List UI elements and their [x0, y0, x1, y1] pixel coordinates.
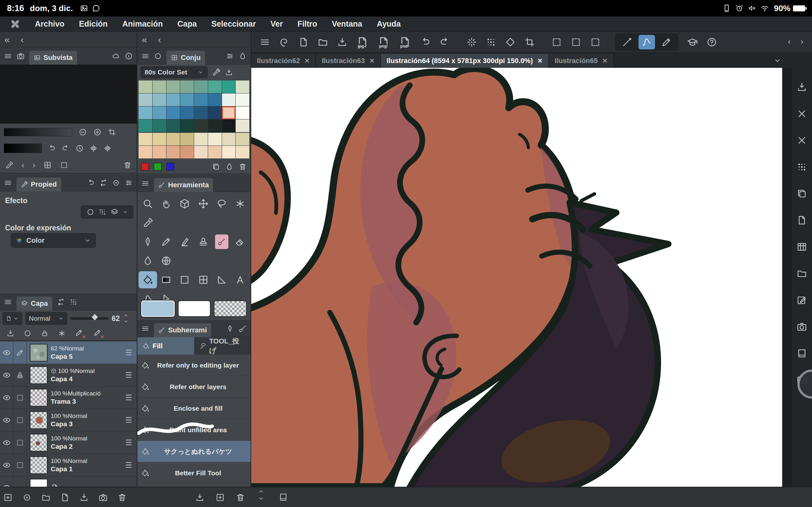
rail-grid-icon[interactable]: [797, 241, 807, 252]
zoom-slider[interactable]: [4, 128, 72, 136]
new-canvas-icon[interactable]: [298, 37, 309, 48]
layer-checkbox[interactable]: [13, 409, 27, 431]
color-swatch[interactable]: [180, 133, 194, 146]
tab-subvista[interactable]: Subvista: [29, 51, 77, 65]
menu-ventana[interactable]: Ventana: [332, 19, 362, 29]
color-swatch[interactable]: [166, 119, 180, 132]
lock-transparent-pixels-icon[interactable]: [23, 329, 32, 337]
hand-tool[interactable]: [157, 195, 175, 212]
info-icon[interactable]: [125, 52, 133, 60]
merge-down-icon[interactable]: [79, 493, 89, 502]
vector-line-tool[interactable]: [658, 35, 675, 49]
delete-layer-icon[interactable]: [117, 493, 127, 502]
layer-transfer-icon[interactable]: [57, 298, 65, 306]
layer-checkbox[interactable]: [13, 454, 27, 476]
color-swatch[interactable]: [222, 80, 236, 93]
add-subtool-icon[interactable]: [215, 493, 225, 502]
color-swatch[interactable]: [222, 107, 236, 119]
layer-menu-icon[interactable]: ☰: [125, 371, 137, 380]
subtool-item[interactable]: Enclose and fill: [137, 398, 251, 419]
opacity-slider-handle[interactable]: [92, 314, 98, 320]
sliders-icon[interactable]: [125, 179, 133, 187]
color-swatch[interactable]: [139, 107, 152, 119]
export-jpg-icon[interactable]: jpg: [356, 36, 369, 49]
canvas-viewport[interactable]: [251, 68, 782, 487]
collapse-icon[interactable]: ‹: [20, 34, 24, 45]
straight-line-tool[interactable]: [619, 35, 635, 49]
layer-visible-toggle[interactable]: [0, 364, 13, 386]
primary-color-chip[interactable]: [141, 300, 175, 317]
delete-subtool-icon[interactable]: [236, 493, 245, 502]
panel-menu-icon[interactable]: [141, 325, 149, 333]
film-icon[interactable]: [16, 52, 25, 60]
color-swatch[interactable]: [208, 146, 222, 158]
lock-layer-icon[interactable]: [41, 329, 49, 337]
color-swatch[interactable]: [166, 146, 180, 158]
color-swatch[interactable]: [153, 107, 166, 119]
pen-tool[interactable]: [139, 233, 157, 250]
tab-capa[interactable]: Capa: [16, 297, 52, 311]
subtool-item[interactable]: Refer other layers: [137, 376, 251, 398]
layer-thumbnail[interactable]: [30, 366, 48, 384]
prev-icon[interactable]: ‹: [21, 160, 24, 170]
doc-tab-ilustracion65[interactable]: Ilustración65✕: [549, 54, 614, 68]
color-swatch[interactable]: [153, 119, 166, 132]
import-set-icon[interactable]: [225, 68, 233, 76]
menu-filtro[interactable]: Filtro: [298, 19, 317, 29]
transform-icon[interactable]: [505, 37, 516, 48]
opacity-stepper[interactable]: [123, 313, 129, 324]
layer-row-capa2[interactable]: 100 %Normal Capa 2 ☰: [0, 432, 137, 454]
lasso-tool[interactable]: [212, 195, 231, 212]
tab-list-chevron-icon[interactable]: [773, 56, 781, 65]
cloud-icon[interactable]: [112, 52, 120, 60]
collapse-icon[interactable]: ‹: [158, 34, 161, 45]
zoom-out-icon[interactable]: [79, 128, 87, 136]
layer-thumbnail[interactable]: [30, 434, 48, 452]
layer-visible-toggle[interactable]: [0, 454, 13, 476]
swap-icon[interactable]: [99, 179, 107, 187]
color-swatch[interactable]: [236, 80, 249, 93]
color-swatch[interactable]: [208, 80, 222, 93]
quick-green-swatch[interactable]: [154, 163, 161, 170]
color-swatch[interactable]: [180, 107, 194, 119]
layer-row-trama3[interactable]: 100 %Multiplicació Trama 3 ☰: [0, 387, 137, 409]
blend-tool[interactable]: [139, 252, 157, 269]
color-swatch[interactable]: [194, 146, 208, 158]
edit-set-wrench-icon[interactable]: [212, 68, 220, 76]
color-swatch[interactable]: [139, 133, 152, 146]
layer-visible-toggle[interactable]: [0, 409, 13, 431]
color-swatch[interactable]: [236, 94, 249, 106]
layer-menu-icon[interactable]: ☰: [125, 393, 137, 402]
color-set-dropdown[interactable]: 80s Color Set: [141, 66, 208, 78]
filter-effect-icon[interactable]: [466, 37, 477, 48]
color-swatch[interactable]: [139, 80, 152, 93]
rail-reference-icon[interactable]: [797, 348, 807, 359]
color-swatch[interactable]: [194, 94, 208, 106]
add-swatch-icon[interactable]: [225, 163, 234, 171]
polyline-tool[interactable]: [212, 271, 231, 288]
paper-layer-thumbnail[interactable]: [30, 479, 48, 487]
layer-visible-toggle[interactable]: [0, 387, 13, 409]
pen-settings-icon[interactable]: [226, 325, 234, 333]
lock-draft-icon[interactable]: ✕: [93, 329, 103, 338]
curve-tool-selected[interactable]: [639, 35, 655, 49]
close-tab-icon[interactable]: ✕: [369, 57, 374, 65]
help-icon[interactable]: [706, 37, 717, 48]
layer-checkbox[interactable]: [13, 432, 27, 454]
delete-swatch-icon[interactable]: [239, 163, 247, 171]
color-swatch[interactable]: [222, 146, 236, 158]
menu-ver[interactable]: Ver: [270, 19, 283, 29]
clip-to-layer-below-icon[interactable]: [6, 329, 14, 337]
layer-thumbnail[interactable]: [30, 411, 48, 429]
rail-edit-icon[interactable]: [797, 295, 807, 305]
set-as-draft-icon[interactable]: ✕: [75, 329, 84, 338]
blend-mode-dropdown[interactable]: Normal: [26, 312, 67, 325]
rail-duplicate-icon[interactable]: [797, 188, 807, 199]
layer-camera-icon[interactable]: [98, 493, 108, 502]
zoom-tool[interactable]: [139, 195, 157, 212]
grid-icon[interactable]: [44, 161, 52, 169]
doc-tab-ilustracion64-active[interactable]: Ilustración64 (8594 x 5781px 300dpi 150.…: [381, 54, 549, 68]
layer-menu-icon[interactable]: ☰: [125, 438, 137, 447]
layer-checkbox[interactable]: [13, 387, 27, 409]
color-swatch[interactable]: [166, 107, 180, 119]
